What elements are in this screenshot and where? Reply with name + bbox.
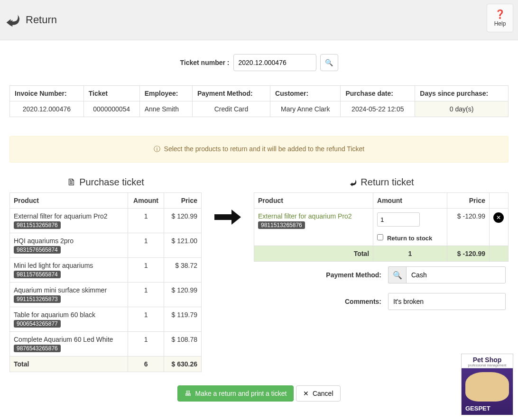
product-sku: 9811513265876 [14,221,61,229]
product-name: Mini led light for aquariums [14,262,93,269]
cancel-button[interactable]: ✕ Cancel [296,385,341,402]
ticket-number-input[interactable] [233,54,316,71]
product-sku: 9811576565874 [14,271,61,278]
help-icon: ❓ [495,9,505,19]
product-sku: 9911513265873 [14,295,61,303]
arrow-right-icon [213,205,242,229]
return-icon [348,178,358,187]
product-amount: 1 [128,233,164,258]
product-sku: 9006543265877 [14,320,61,328]
product-amount: 1 [128,283,164,307]
product-price: $ 121.00 [164,233,202,258]
table-row[interactable]: Aquarium mini surface skimmer99115132658… [10,283,202,307]
product-price: $ 120.99 [164,209,202,233]
purchase-table: Product Amount Price External filter for… [9,192,202,372]
back-icon[interactable] [5,11,22,28]
close-icon: ✕ [303,390,309,397]
search-button[interactable]: 🔍 [320,54,338,71]
close-icon: ✕ [496,214,501,221]
info-icon: ⓘ [154,145,160,153]
help-button[interactable]: ❓ Help [487,4,513,32]
document-icon: 🗎 [67,177,76,188]
remove-item-button[interactable]: ✕ [493,212,504,223]
purchase-ticket-title: 🗎 Purchase ticket [9,177,202,188]
product-name: HQI aquariums 2pro [14,237,74,245]
product-sku: 9876543265876 [14,345,61,352]
product-name: Table for aquarium 60 black [14,311,95,319]
product-sku: 9831576565874 [14,246,61,254]
info-banner: ⓘ Select the products to return and it w… [9,136,509,163]
table-row[interactable]: Mini led light for aquariums981157656587… [10,258,202,283]
page-title: Return [26,14,57,26]
brand-box: Pet Shop professional management GESPET [461,354,513,409]
product-amount: 1 [128,209,164,233]
return-product-name: External filter for aquarium Pro2 [258,212,352,220]
product-amount: 1 [128,332,164,356]
summary-table: Invoice Number: Ticket Employee: Payment… [9,85,509,117]
return-price: $ -120.99 [447,209,489,246]
product-price: $ 120.99 [164,283,202,307]
table-row[interactable]: Table for aquarium 60 black9006543265877… [10,307,202,332]
print-icon: 🖶 [185,390,191,397]
product-amount: 1 [128,258,164,283]
payment-method-row: Payment Method: 🔍 [254,262,509,288]
ticket-number-label: Ticket number : [180,59,230,66]
product-name: Complete Aquarium 60 Led White [14,336,113,343]
payment-search-button[interactable]: 🔍 [388,266,406,283]
make-return-button[interactable]: 🖶 Make a return and print a ticket [177,385,294,402]
table-row[interactable]: Complete Aquarium 60 Led White9876543265… [10,332,202,356]
return-to-stock-label[interactable]: Return to stock [377,234,432,242]
return-to-stock-checkbox[interactable] [377,234,383,240]
return-table: Product Amount Price External filter for… [254,192,509,262]
product-name: External filter for aquarium Pro2 [14,212,108,220]
product-name: Aquarium mini surface skimmer [14,286,107,294]
comments-input[interactable] [388,293,506,310]
product-price: $ 119.79 [164,307,202,332]
return-product-sku: 9811513265876 [258,221,305,229]
puppy-image [465,372,509,402]
comments-row: Comments: [254,288,509,315]
search-icon: 🔍 [325,59,333,66]
table-row[interactable]: HQI aquariums 2pro98315765658741$ 121.00 [10,233,202,258]
return-ticket-title: Return ticket [254,177,509,188]
return-qty-input[interactable] [377,212,420,227]
table-row[interactable]: External filter for aquarium Pro29811513… [10,209,202,233]
search-icon: 🔍 [393,271,402,280]
payment-method-input[interactable] [406,266,506,283]
return-row: External filter for aquarium Pro2 981151… [254,209,509,246]
product-price: $ 108.78 [164,332,202,356]
product-amount: 1 [128,307,164,332]
product-price: $ 38.72 [164,258,202,283]
